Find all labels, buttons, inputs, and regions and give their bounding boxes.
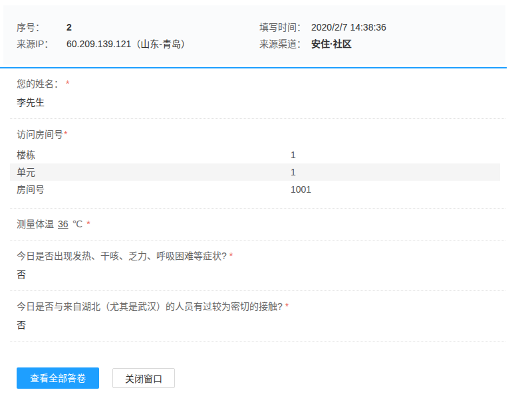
meta-row-serial: 序号： 2 [17, 19, 259, 36]
room-row-value: 1001 [291, 184, 500, 195]
dotted-divider [10, 341, 505, 342]
fill-time-value: 2020/2/7 14:38:36 [311, 19, 386, 36]
required-asterisk: * [66, 78, 69, 89]
fill-time-label: 填写时间： [259, 19, 311, 36]
required-asterisk: * [229, 251, 233, 261]
name-answer: 李先生 [17, 97, 505, 108]
answers-area: 您的姓名：* 李先生 访问房间号* 楼栋 1 单元 1 房间号 1001 [0, 68, 507, 342]
room-row-label: 楼栋 [17, 150, 291, 160]
room-table: 楼栋 1 单元 1 房间号 1001 [10, 146, 500, 198]
meta-row-channel: 来源渠道： 安住·社区 [259, 36, 505, 52]
meta-column-left: 序号： 2 来源IP： 60.209.139.121（山东-青岛） [17, 19, 259, 52]
contact-question-label: 今日是否与来自湖北（尤其是武汉）的人员有过较为密切的接触?* [17, 301, 505, 312]
section-room: 访问房间号* 楼栋 1 单元 1 房间号 1001 [10, 118, 505, 208]
serial-label: 序号： [17, 19, 66, 36]
temperature-value: 36 [58, 219, 68, 229]
source-channel-value: 安住·社区 [311, 36, 352, 52]
source-ip-label: 来源IP： [17, 36, 66, 52]
section-symptoms: 今日是否出现发热、干咳、乏力、呼吸困难等症状?* 否 [10, 240, 505, 290]
table-row: 房间号 1001 [10, 181, 500, 198]
symptom-question-label: 今日是否出现发热、干咳、乏力、呼吸困难等症状?* [17, 251, 505, 262]
action-bar: 查看全部答卷 关闭窗口 [17, 367, 507, 389]
required-asterisk: * [86, 219, 90, 229]
name-question-text: 您的姓名： [17, 78, 63, 89]
contact-question-text: 今日是否与来自湖北（尤其是武汉）的人员有过较为密切的接触? [17, 301, 283, 312]
response-meta-panel: 序号： 2 来源IP： 60.209.139.121（山东-青岛） 填写时间： … [3, 5, 505, 64]
view-all-answers-button[interactable]: 查看全部答卷 [17, 367, 99, 389]
required-asterisk: * [285, 301, 289, 312]
room-row-value: 1 [291, 167, 500, 177]
meta-row-ip: 来源IP： 60.209.139.121（山东-青岛） [17, 36, 259, 52]
source-ip-value: 60.209.139.121（山东-青岛） [66, 36, 190, 52]
response-detail-page: 序号： 2 来源IP： 60.209.139.121（山东-青岛） 填写时间： … [0, 5, 507, 389]
room-row-label: 房间号 [17, 184, 291, 195]
section-temperature: 测量体温36℃* [10, 208, 505, 240]
room-row-label: 单元 [17, 167, 291, 177]
section-name: 您的姓名：* 李先生 [10, 68, 505, 118]
meta-row-time: 填写时间： 2020/2/7 14:38:36 [259, 19, 505, 36]
symptom-answer: 否 [17, 269, 505, 280]
section-contact: 今日是否与来自湖北（尤其是武汉）的人员有过较为密切的接触?* 否 [10, 290, 505, 341]
temperature-unit: ℃ [72, 219, 83, 229]
room-question-text: 访问房间号 [17, 129, 63, 140]
symptom-question-text: 今日是否出现发热、干咳、乏力、呼吸困难等症状? [17, 251, 227, 261]
source-channel-label: 来源渠道： [259, 36, 311, 52]
serial-value: 2 [66, 19, 72, 36]
meta-column-right: 填写时间： 2020/2/7 14:38:36 来源渠道： 安住·社区 [259, 19, 505, 52]
required-asterisk: * [64, 129, 67, 140]
close-window-button[interactable]: 关闭窗口 [112, 368, 175, 388]
temperature-question-text: 测量体温 [17, 219, 54, 229]
table-row: 楼栋 1 [10, 146, 500, 163]
room-question-label: 访问房间号* [17, 129, 505, 140]
name-question-label: 您的姓名：* [17, 78, 505, 90]
contact-answer: 否 [17, 320, 505, 331]
room-row-value: 1 [291, 150, 500, 160]
table-row: 单元 1 [10, 163, 500, 181]
temperature-line: 测量体温36℃* [17, 219, 505, 230]
